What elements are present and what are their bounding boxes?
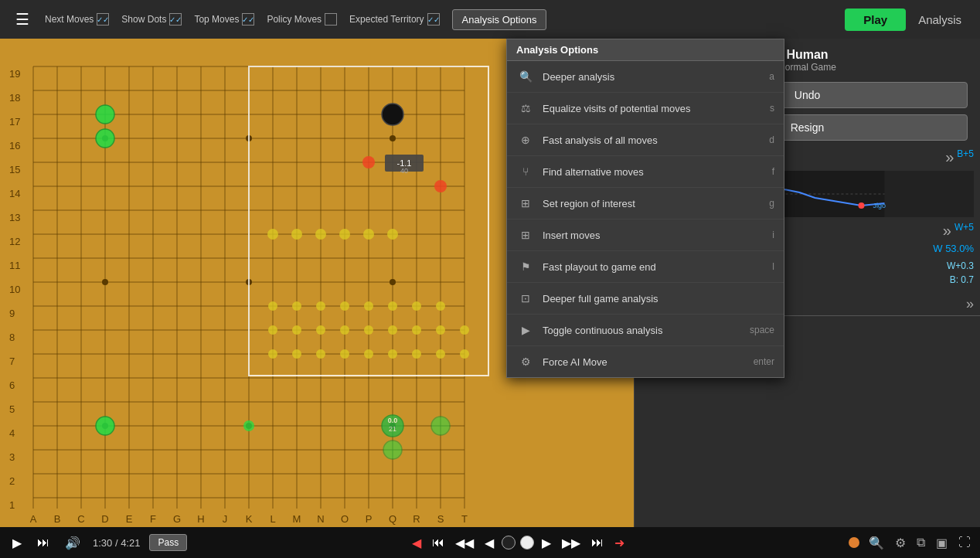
svg-point-93 — [267, 229, 278, 240]
dropdown-item-equalize[interactable]: ⚖ Equalize visits of potential moves s — [507, 93, 784, 124]
equalize-icon: ⚖ — [516, 99, 535, 117]
set-region-icon: ⊞ — [516, 194, 535, 213]
svg-text:1: 1 — [9, 499, 15, 511]
menu-icon[interactable]: ☰ — [6, 10, 39, 29]
next-moves-check[interactable]: ✓ — [97, 13, 109, 26]
svg-point-99 — [268, 301, 277, 311]
svg-point-91 — [362, 156, 375, 168]
svg-point-118 — [316, 349, 325, 359]
policy-moves-toggle[interactable]: Policy Moves — [260, 10, 343, 29]
set-region-label: Set region of interest — [543, 198, 761, 209]
step-back-button[interactable]: ◀ — [481, 534, 497, 552]
svg-point-137 — [859, 202, 865, 209]
deeper-full-label: Deeper full game analysis — [543, 293, 767, 305]
play-button[interactable]: Play — [845, 9, 906, 31]
svg-point-115 — [460, 325, 469, 335]
svg-point-120 — [364, 349, 373, 359]
svg-point-108 — [292, 325, 301, 335]
play-pause-button[interactable]: ▶ — [9, 534, 25, 552]
svg-text:3: 3 — [9, 451, 15, 463]
insert-moves-label: Insert moves — [543, 230, 764, 241]
force-ai-shortcut: enter — [754, 356, 774, 367]
dropdown-item-deeper-analysis[interactable]: 🔍 Deeper analysis a — [507, 61, 784, 93]
svg-text:7: 7 — [9, 356, 15, 367]
svg-text:9: 9 — [9, 308, 15, 319]
svg-text:14: 14 — [9, 188, 20, 199]
dropdown-item-fast-analysis[interactable]: ⊕ Fast analysis of all moves d — [507, 124, 784, 156]
dropdown-header: Analysis Options — [507, 39, 784, 61]
show-dots-check[interactable]: ✓ — [169, 13, 182, 26]
fast-playout-label: Fast playout to game end — [543, 261, 764, 273]
volume-button[interactable]: 🔊 — [62, 534, 83, 552]
svg-text:M: M — [293, 513, 301, 525]
player-right-icons: 🔍 ⚙ ⧉ ▣ ⛶ — [869, 536, 971, 550]
force-ai-icon: ⚙ — [516, 352, 535, 371]
expected-territory-toggle[interactable]: Expected Territory ✓ — [343, 10, 446, 29]
policy-moves-check[interactable] — [325, 13, 337, 26]
analysis-options-button[interactable]: Analysis Options — [452, 9, 547, 30]
playback-time: 1:30 / 4:21 — [93, 537, 140, 549]
fast-analysis-shortcut: d — [769, 134, 774, 145]
deeper-full-icon: ⊡ — [516, 289, 535, 308]
points-lost-value: B: 0.7 — [950, 274, 974, 285]
zoom-icon[interactable]: 🔍 — [869, 536, 884, 550]
dropdown-item-fast-playout[interactable]: ⚑ Fast playout to game end l — [507, 251, 784, 283]
dropdown-item-deeper-full[interactable]: ⊡ Deeper full game analysis — [507, 283, 784, 315]
analysis-button[interactable]: Analysis — [906, 9, 974, 31]
settings-icon[interactable]: ⚙ — [895, 536, 906, 550]
dropdown-item-force-ai[interactable]: ⚙ Force AI Move enter — [507, 346, 784, 377]
svg-point-106 — [436, 301, 445, 311]
fullscreen-icon[interactable]: ⛶ — [958, 536, 971, 549]
svg-text:N: N — [317, 513, 324, 525]
fast-analysis-icon: ⊕ — [516, 131, 535, 149]
prev-fast-button[interactable]: ⏮ — [429, 534, 447, 551]
skip-end-button[interactable]: ⏭ — [588, 534, 607, 551]
win-rate-value: W 53.0% — [933, 243, 974, 254]
svg-point-104 — [388, 301, 397, 311]
dropdown-item-set-region[interactable]: ⊞ Set region of interest g — [507, 188, 784, 219]
svg-text:F: F — [150, 513, 156, 525]
svg-text:8: 8 — [9, 332, 15, 343]
fast-playout-icon: ⚑ — [516, 257, 535, 276]
picture-in-picture-icon[interactable]: ▣ — [936, 536, 948, 550]
skip-forward-button[interactable]: ⏭ — [34, 534, 53, 551]
svg-text:J: J — [223, 513, 228, 525]
svg-text:K: K — [246, 513, 253, 525]
top-moves-check[interactable]: ✓ — [242, 13, 254, 26]
next-moves-toggle[interactable]: Next Moves ✓ — [39, 10, 115, 29]
svg-text:S: S — [437, 513, 444, 525]
fast-forward-icon2[interactable]: » — [943, 222, 951, 240]
svg-point-109 — [316, 325, 325, 335]
next-fast-button[interactable]: ▶▶ — [559, 534, 584, 552]
top-moves-toggle[interactable]: Top Moves ✓ — [188, 10, 260, 29]
arrow-left-button[interactable]: ◀ — [409, 534, 424, 552]
svg-point-130 — [431, 417, 450, 435]
svg-text:E: E — [126, 513, 133, 525]
svg-text:5: 5 — [9, 403, 15, 415]
arrow-right-button[interactable]: ➜ — [611, 534, 628, 552]
expected-territory-check[interactable]: ✓ — [427, 13, 440, 26]
score-label-b5: B+5 — [957, 148, 974, 166]
dropdown-item-find-alt[interactable]: ⑂ Find alternative moves f — [507, 156, 784, 188]
dropdown-item-insert-moves[interactable]: ⊞ Insert moves i — [507, 219, 784, 251]
window-icon[interactable]: ⧉ — [917, 536, 925, 549]
svg-point-131 — [383, 441, 402, 459]
show-dots-toggle[interactable]: Show Dots ✓ — [115, 10, 188, 29]
svg-text:H: H — [197, 513, 204, 525]
dropdown-item-toggle-continuous[interactable]: ▶ Toggle continuous analysis space — [507, 315, 784, 346]
insert-moves-icon: ⊞ — [516, 226, 535, 244]
prev-button[interactable]: ◀◀ — [452, 534, 477, 552]
step-fwd-button[interactable]: ▶ — [539, 534, 554, 552]
svg-point-113 — [412, 325, 421, 335]
svg-text:13: 13 — [9, 212, 20, 223]
pass-button[interactable]: Pass — [149, 534, 187, 551]
toggle-continuous-label: Toggle continuous analysis — [543, 325, 742, 336]
toolbar: ☰ Next Moves ✓ Show Dots ✓ Top Moves ✓ P… — [0, 0, 980, 39]
tab-forward-icon[interactable]: » — [960, 293, 980, 315]
svg-point-107 — [268, 325, 277, 335]
find-alt-icon: ⑂ — [516, 162, 535, 181]
svg-point-83 — [390, 279, 396, 285]
fast-forward-icon1[interactable]: » — [945, 148, 954, 166]
expected-territory-label: Expected Territory — [349, 14, 424, 25]
svg-text:17: 17 — [9, 116, 20, 128]
